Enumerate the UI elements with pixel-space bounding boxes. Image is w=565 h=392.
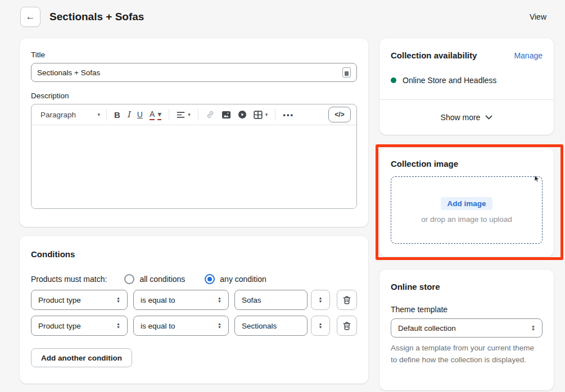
select-updown-icon: ▲▼ (531, 325, 535, 331)
theme-template-value: Default collection (398, 324, 456, 332)
chevron-down-icon: ▾ (157, 110, 161, 120)
toolbar-divider (275, 109, 275, 120)
availability-header: Collection availability Manage (379, 38, 554, 60)
condition-row: Product type ▲▼ is equal to ▲▼ ▲▼ (31, 316, 357, 336)
title-label: Title (31, 51, 357, 59)
products-match-label: Products must match: (31, 275, 107, 284)
theme-template-label: Theme template (391, 305, 543, 314)
link-icon (206, 110, 215, 119)
radio-any-label: any condition (220, 275, 266, 284)
text-color-label: A (150, 110, 155, 120)
image-dropzone[interactable]: Add image or drop an image to upload (391, 176, 543, 244)
condition-field-select[interactable]: Product type ▲▼ (31, 290, 128, 310)
text-color-button[interactable]: A ▾ (146, 110, 165, 120)
description-label: Description (31, 92, 357, 100)
status-dot-icon (391, 78, 396, 83)
conditions-card: Conditions Products must match: all cond… (20, 236, 368, 384)
condition-operator-select[interactable]: is equal to ▲▼ (133, 316, 229, 336)
insert-image-button[interactable] (218, 111, 234, 119)
underline-button[interactable]: U (134, 110, 146, 119)
bold-button[interactable]: B (111, 110, 124, 120)
theme-template-helper-text: Assign a template from your current them… (391, 343, 543, 366)
description-textarea[interactable] (31, 125, 356, 208)
sales-channel-row: Online Store and Headless (379, 76, 554, 85)
collection-edit-page: ← Sectionals + Sofas View Title Descript… (0, 0, 565, 392)
theme-template-select[interactable]: Default collection ▲▼ (391, 318, 543, 338)
paragraph-style-dropdown[interactable]: Paragraph ▾ (37, 111, 102, 119)
insert-table-button[interactable]: ▾ (250, 111, 272, 119)
condition-value-picker-button[interactable]: ▲▼ (311, 290, 330, 310)
condition-field-value: Product type (38, 296, 81, 304)
title-input[interactable] (37, 69, 342, 77)
radio-all-conditions[interactable]: all conditions (119, 274, 185, 284)
table-icon (254, 111, 263, 119)
more-options-icon[interactable]: ••• (279, 111, 297, 119)
chevron-down-icon (485, 115, 492, 120)
page-title: Sectionals + Sofas (49, 11, 144, 23)
code-view-button[interactable]: </> (328, 107, 351, 122)
select-updown-icon: ▲▼ (116, 322, 120, 329)
description-editor: Paragraph ▾ B I U A ▾ ▾ (31, 104, 357, 209)
chevron-down-icon: ▾ (97, 112, 100, 117)
condition-row: Product type ▲▼ is equal to ▲▼ ▲▼ (31, 290, 357, 310)
toolbar-divider (198, 109, 198, 120)
view-link[interactable]: View (530, 12, 546, 21)
radio-unchecked-icon (124, 274, 134, 284)
collection-details-card: Title Description Paragraph ▾ B I U A ▾ (20, 38, 368, 227)
editor-toolbar: Paragraph ▾ B I U A ▾ ▾ (31, 104, 356, 125)
select-updown-icon: ▲▼ (116, 297, 120, 303)
mouse-cursor-icon (534, 175, 541, 183)
trash-icon (342, 321, 351, 331)
condition-value-picker-button[interactable]: ▲▼ (311, 316, 330, 336)
condition-field-select[interactable]: Product type ▲▼ (31, 316, 128, 336)
back-button[interactable]: ← (20, 7, 40, 27)
show-more-button[interactable]: Show more (379, 100, 554, 135)
collection-image-card: Collection image Add image or drop an im… (379, 148, 554, 257)
back-arrow-icon: ← (26, 11, 35, 22)
radio-checked-icon (205, 274, 215, 284)
online-store-card: Online store Theme template Default coll… (379, 270, 554, 390)
insert-link-button[interactable] (202, 110, 218, 119)
paragraph-style-label: Paragraph (40, 111, 76, 119)
condition-operator-value: is equal to (141, 296, 175, 304)
radio-all-label: all conditions (139, 275, 185, 284)
collection-availability-card: Collection availability Manage Online St… (379, 38, 554, 135)
trash-icon (342, 295, 351, 305)
select-updown-icon: ▲▼ (319, 297, 323, 303)
play-video-icon (238, 110, 247, 119)
toolbar-divider (106, 109, 107, 120)
select-updown-icon: ▲▼ (218, 297, 222, 303)
align-left-icon (177, 111, 185, 118)
italic-button[interactable]: I (124, 110, 134, 120)
toolbar-divider (169, 109, 169, 120)
online-store-heading: Online store (391, 282, 543, 291)
sales-channel-label: Online Store and Headless (403, 76, 496, 85)
browser-extension-icon[interactable] (342, 67, 351, 78)
delete-condition-button[interactable] (337, 290, 357, 310)
chevron-down-icon: ▾ (265, 112, 268, 117)
select-updown-icon: ▲▼ (218, 322, 222, 329)
insert-video-button[interactable] (234, 110, 250, 119)
products-match-row: Products must match: all conditions any … (31, 274, 357, 284)
select-updown-icon: ▲▼ (319, 322, 323, 329)
condition-field-value: Product type (38, 322, 81, 330)
add-another-condition-button[interactable]: Add another condition (31, 348, 132, 367)
availability-heading: Collection availability (391, 51, 477, 60)
manage-link[interactable]: Manage (514, 51, 543, 60)
condition-operator-value: is equal to (141, 322, 175, 330)
add-image-button[interactable]: Add image (441, 197, 492, 210)
alignment-button[interactable]: ▾ (173, 111, 194, 118)
condition-value-input[interactable] (234, 316, 308, 336)
delete-condition-button[interactable] (337, 316, 357, 336)
show-more-label: Show more (441, 113, 481, 122)
conditions-heading: Conditions (31, 249, 357, 259)
title-input-wrap (31, 63, 357, 82)
radio-any-condition[interactable]: any condition (200, 274, 266, 284)
chevron-down-icon: ▾ (188, 112, 191, 117)
condition-operator-select[interactable]: is equal to ▲▼ (133, 290, 229, 310)
condition-value-input[interactable] (234, 290, 308, 310)
collection-image-heading: Collection image (391, 159, 543, 168)
image-icon (222, 111, 231, 119)
drop-image-hint: or drop an image to upload (421, 215, 512, 224)
